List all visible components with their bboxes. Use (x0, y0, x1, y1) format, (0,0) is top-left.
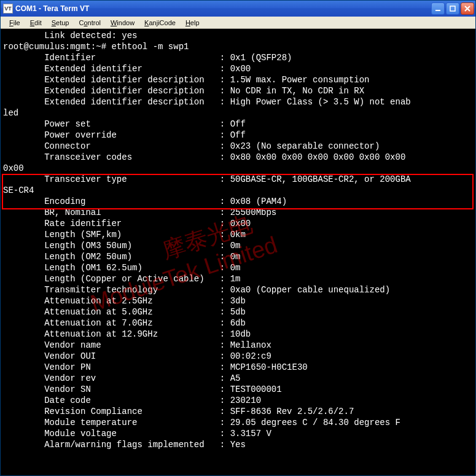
title-bar[interactable]: VT COM1 - Tera Term VT (1, 1, 475, 17)
terminal-line: Module voltage : 3.3157 V (3, 428, 473, 439)
terminal-line: Encoding : 0x08 (PAM4) (3, 196, 473, 207)
menu-help[interactable]: Help (181, 18, 205, 28)
terminal-line: Revision Compliance : SFF-8636 Rev 2.5/2… (3, 406, 473, 417)
menu-kanjicode[interactable]: KanjiCode (139, 18, 181, 28)
terminal-line: Transmitter technology : 0xa0 (Copper ca… (3, 284, 473, 295)
terminal-line: Length (OM1 62.5um) : 0m (3, 262, 473, 273)
terminal-line: Power override : Off (3, 130, 473, 141)
menu-window[interactable]: Window (106, 18, 139, 28)
terminal-line: Rate identifier : 0x00 (3, 218, 473, 229)
terminal-line: BR, Nominal : 25500Mbps (3, 207, 473, 218)
terminal-line: Alarm/warning flags implemented : Yes (3, 439, 473, 450)
terminal-line: Attenuation at 12.9GHz : 10db (3, 329, 473, 340)
terminal-line: Extended identifier description : 1.5W m… (3, 74, 473, 85)
close-button[interactable] (461, 2, 474, 15)
terminal-line: Power set : Off (3, 119, 473, 130)
terminal-line: root@cumulus:mgmt:~# ethtool -m swp1 (3, 41, 473, 52)
menu-file[interactable]: File (4, 18, 25, 28)
terminal-line: Length (OM3 50um) : 0m (3, 240, 473, 251)
terminal-area[interactable]: Link detected: yesroot@cumulus:mgmt:~# e… (1, 29, 475, 475)
terminal-line: Length (OM2 50um) : 0m (3, 251, 473, 262)
terminal-line: Extended identifier : 0x00 (3, 63, 473, 74)
maximize-icon (450, 6, 456, 12)
terminal-line: Module temperature : 29.05 degrees C / 8… (3, 417, 473, 428)
maximize-button[interactable] (446, 2, 459, 15)
terminal-line: Attenuation at 7.0GHz : 6db (3, 318, 473, 329)
terminal-line: Identifier : 0x1 (QSFP28) (3, 52, 473, 63)
terminal-line: Length (Copper or Active cable) : 1m (3, 273, 473, 284)
terminal-line: Extended identifier description : No CDR… (3, 85, 473, 96)
svg-rect-1 (450, 6, 455, 11)
terminal-line: SE-CR4 (3, 185, 473, 196)
terminal-line: Connector : 0x23 (No separable connector… (3, 141, 473, 152)
terminal-line: Attenuation at 5.0GHz : 5db (3, 306, 473, 318)
terminal-line: Transceiver codes : 0x80 0x00 0x00 0x00 … (3, 152, 473, 163)
app-window: VT COM1 - Tera Term VT File Edit Setup C… (0, 0, 476, 476)
terminal-line: Vendor name : Mellanox (3, 340, 473, 351)
app-icon: VT (3, 4, 13, 14)
terminal-line: 0x00 (3, 163, 473, 174)
terminal-line: led (3, 107, 473, 119)
terminal-line: Vendor SN : TEST000001 (3, 384, 473, 395)
svg-rect-0 (435, 10, 440, 11)
menu-bar: File Edit Setup Control Window KanjiCode… (1, 17, 475, 29)
terminal-line: Vendor OUI : 00:02:c9 (3, 351, 473, 362)
terminal-line: Length (SMF,km) : 0km (3, 229, 473, 240)
terminal-line: Date code : 230210 (3, 395, 473, 406)
minimize-button[interactable] (431, 2, 445, 15)
minimize-icon (435, 6, 441, 12)
window-controls (431, 2, 474, 15)
terminal-line: Vendor rev : A5 (3, 373, 473, 384)
menu-edit[interactable]: Edit (25, 18, 47, 28)
menu-setup[interactable]: Setup (47, 18, 74, 28)
terminal-line: Link detected: yes (3, 30, 473, 41)
terminal-line: Vendor PN : MCP1650-H0C1E30 (3, 362, 473, 373)
terminal-line: Attenuation at 2.5GHz : 3db (3, 295, 473, 306)
close-icon (464, 6, 470, 12)
terminal-line: Extended identifier description : High P… (3, 96, 473, 107)
menu-control[interactable]: Control (74, 18, 105, 28)
window-title: COM1 - Tera Term VT (15, 4, 431, 13)
terminal-line: Transceiver type : 50GBASE-CR, 100GBASE-… (3, 174, 473, 185)
